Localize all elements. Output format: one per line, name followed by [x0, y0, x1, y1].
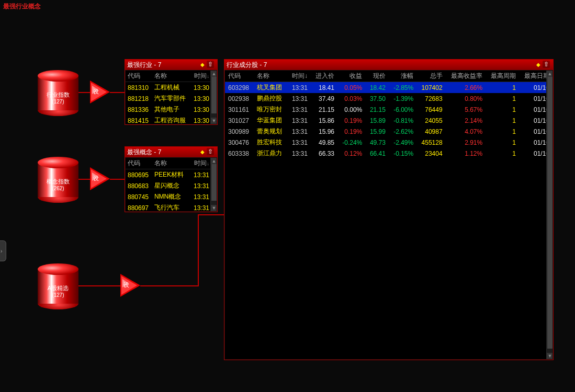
- scrollbar[interactable]: ▲ ▼: [210, 71, 217, 124]
- scroll-up-icon[interactable]: ▲: [211, 158, 217, 164]
- scroll-thumb[interactable]: [211, 164, 217, 201]
- panel-header[interactable]: 行业成分股 - 7 ◆ ⇧: [224, 60, 553, 70]
- filter-label: 设: [93, 88, 99, 96]
- connector-line: [78, 92, 90, 93]
- table-row[interactable]: 880697飞行汽车13:31: [126, 202, 217, 211]
- scroll-up-icon[interactable]: ▲: [211, 71, 217, 77]
- scroll-down-icon[interactable]: ▼: [211, 118, 217, 124]
- cell-profit: 0.19%: [337, 115, 365, 126]
- diamond-icon[interactable]: ◆: [200, 62, 205, 67]
- cylinder-top: [38, 157, 78, 168]
- col-code[interactable]: 代码: [126, 71, 152, 82]
- cell-chg: -1.39%: [389, 93, 416, 104]
- connector-line: [198, 214, 199, 286]
- edge-expand-tab[interactable]: ›: [0, 240, 6, 261]
- table-row[interactable]: 881218汽车零部件13:30: [126, 93, 217, 104]
- chevron-right-icon: ›: [1, 248, 2, 254]
- scroll-down-icon[interactable]: ▼: [547, 353, 553, 359]
- cell-entry: 49.85: [311, 137, 337, 148]
- col-name[interactable]: 名称: [254, 71, 287, 82]
- table-row[interactable]: 881336其他电子13:30: [126, 104, 217, 115]
- table-row[interactable]: 881310工程机械13:30: [126, 82, 217, 94]
- panel-header[interactable]: 最强概念 - 7 ◆ ⇧: [125, 147, 217, 157]
- cell-cycle: 1: [486, 115, 519, 126]
- scrollbar[interactable]: ▲ ▼: [546, 71, 553, 359]
- cylinder-label: A股精选 (127): [38, 284, 78, 299]
- scroll-thumb[interactable]: [547, 77, 553, 349]
- col-name[interactable]: 名称: [152, 71, 190, 82]
- cell-name: 蕾奥规划: [254, 126, 287, 137]
- cell-vol: 23404: [416, 148, 445, 159]
- cylinder-label-text: 行业指数: [47, 91, 70, 98]
- cell-profit: 0.12%: [337, 148, 365, 159]
- collapse-icon[interactable]: ⇧: [543, 61, 550, 68]
- cell-time: 13:31: [287, 126, 311, 137]
- cell-code: 301161: [225, 104, 254, 115]
- cell-cycle: 1: [486, 137, 519, 148]
- col-profit[interactable]: 收益: [337, 71, 365, 82]
- table-row[interactable]: 300989蕾奥规划13:3115.960.19%15.99-2.62%4098…: [225, 126, 553, 137]
- cylinder-concept-index[interactable]: 概念指数 (262): [38, 157, 78, 203]
- cell-maxrate: 0.80%: [446, 93, 486, 104]
- table-row[interactable]: 301161唯万密封13:3121.150.00%21.15-6.00%7644…: [225, 104, 553, 115]
- table-row[interactable]: 880745NMN概念13:31: [126, 191, 217, 202]
- cell-name: PEEK材料: [152, 169, 190, 181]
- cell-code: 300989: [225, 126, 254, 137]
- panel-body: 代码 名称 时间↓ 进入价 收益 现价 涨幅 总手 最高收益率 最高周期 最高日…: [225, 71, 553, 359]
- table-row[interactable]: 301027华蓝集团13:3115.860.19%15.89-0.81%2405…: [225, 115, 553, 126]
- col-cycle[interactable]: 最高周期: [486, 71, 519, 82]
- cell-chg: -2.85%: [389, 82, 416, 94]
- col-maxrate[interactable]: 最高收益率: [446, 71, 486, 82]
- col-code[interactable]: 代码: [126, 158, 152, 169]
- industry-table: 代码 名称 时间↓ 881310工程机械13:30881218汽车零部件13:3…: [126, 71, 217, 124]
- cell-code: 880695: [126, 169, 152, 181]
- table-row[interactable]: 002938鹏鼎控股13:3137.490.03%37.50-1.39%7268…: [225, 93, 553, 104]
- cell-name: 浙江鼎力: [254, 148, 287, 159]
- scroll-up-icon[interactable]: ▲: [547, 71, 553, 77]
- cell-time: 13:31: [287, 148, 311, 159]
- col-code[interactable]: 代码: [225, 71, 254, 82]
- cell-chg: -2.62%: [389, 126, 416, 137]
- cell-name: 唯万密封: [254, 104, 287, 115]
- col-chg[interactable]: 涨幅: [389, 71, 416, 82]
- table-row[interactable]: 603298杭叉集团13:3118.410.05%18.42-2.85%1074…: [225, 82, 553, 94]
- cell-entry: 18.41: [311, 82, 337, 94]
- panel-component-stocks: 行业成分股 - 7 ◆ ⇧ 代码 名称 时间↓ 进入价 收益 现价 涨幅 总手 …: [224, 59, 554, 360]
- panel-title: 行业成分股 - 7: [227, 61, 267, 70]
- cell-time: 13:31: [287, 93, 311, 104]
- concept-table: 代码 名称 时间↓ 880695PEEK材料13:31880683星闪概念13:…: [126, 158, 217, 211]
- cell-code: 301027: [225, 115, 254, 126]
- col-time[interactable]: 时间↓: [287, 71, 311, 82]
- col-price[interactable]: 现价: [365, 71, 389, 82]
- col-name[interactable]: 名称: [152, 158, 190, 169]
- col-vol[interactable]: 总手: [416, 71, 445, 82]
- panel-top-concept: 最强概念 - 7 ◆ ⇧ 代码 名称 时间↓ 880695PEEK材料13:31…: [125, 146, 218, 212]
- cell-code: 880683: [126, 180, 152, 191]
- table-row[interactable]: 880695PEEK材料13:31: [126, 169, 217, 181]
- table-row[interactable]: 300476胜宏科技13:3149.85-0.24%49.73-2.49%455…: [225, 137, 553, 148]
- panel-header[interactable]: 最强行业 - 7 ◆ ⇧: [125, 60, 217, 70]
- cell-entry: 15.86: [311, 115, 337, 126]
- cell-name: 胜宏科技: [254, 137, 287, 148]
- scroll-thumb[interactable]: [211, 77, 217, 113]
- cylinder-stock-select[interactable]: A股精选 (127): [38, 263, 78, 309]
- collapse-icon[interactable]: ⇧: [207, 148, 214, 155]
- scroll-down-icon[interactable]: ▼: [211, 205, 217, 211]
- collapse-icon[interactable]: ⇧: [207, 61, 214, 68]
- table-row[interactable]: 603338浙江鼎力13:3166.330.12%66.41-0.15%2340…: [225, 148, 553, 159]
- connector-line: [78, 179, 90, 180]
- table-row[interactable]: 880683星闪概念13:31: [126, 180, 217, 191]
- diamond-icon[interactable]: ◆: [536, 62, 540, 67]
- panel-title: 最强行业 - 7: [127, 61, 161, 70]
- cell-price: 15.89: [365, 115, 389, 126]
- scrollbar[interactable]: ▲ ▼: [210, 158, 217, 211]
- diamond-icon[interactable]: ◆: [200, 149, 205, 155]
- cell-cycle: 1: [486, 93, 519, 104]
- cell-price: 15.99: [365, 126, 389, 137]
- col-entry[interactable]: 进入价: [311, 71, 337, 82]
- cylinder-label: 行业指数 (127): [38, 91, 78, 106]
- cylinder-label-text: A股精选: [48, 285, 69, 291]
- cell-profit: 0.00%: [337, 104, 365, 115]
- cylinder-industry-index[interactable]: 行业指数 (127): [38, 70, 78, 116]
- table-row[interactable]: 881415工程咨询服13:30: [126, 115, 217, 124]
